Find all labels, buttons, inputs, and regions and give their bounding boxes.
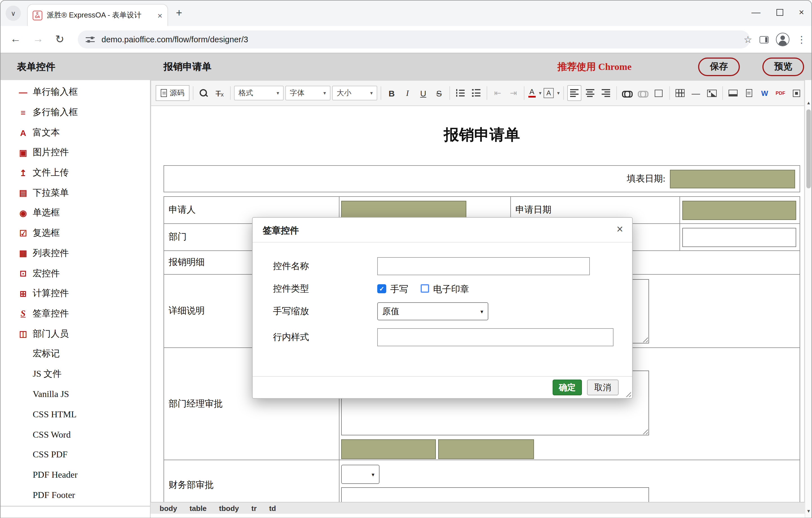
align-center-button[interactable]: [583, 85, 597, 101]
browser-tab[interactable]: E OA 派胜® ExpressOA - 表单设计 ×: [27, 4, 168, 26]
scroll-down-icon[interactable]: ▼: [805, 509, 812, 514]
sidebar-item-css-pdf[interactable]: CSS PDF: [0, 445, 150, 465]
sidebar-item-js-file[interactable]: JS 文件: [0, 364, 150, 384]
radio-control-icon: ◉: [17, 208, 29, 218]
italic-button[interactable]: I: [400, 85, 414, 101]
path-item-tr[interactable]: tr: [252, 504, 257, 512]
inline-style-input[interactable]: [377, 328, 613, 346]
sidebar-item-macro-mark[interactable]: 宏标记: [0, 344, 150, 364]
maximize-editor-button[interactable]: [789, 85, 803, 101]
reload-button[interactable]: ↻: [55, 33, 64, 46]
sidebar-item-calc-control[interactable]: ⊞ 计算控件: [0, 284, 150, 304]
page-scrollbar[interactable]: ▲ ▼: [805, 80, 812, 518]
preview-button[interactable]: 预览: [762, 58, 804, 76]
underline-button[interactable]: U: [416, 85, 430, 101]
side-panel-icon[interactable]: [759, 36, 768, 43]
signature-scale-select[interactable]: 原值 ▾: [377, 302, 488, 320]
sidebar-item-file-upload[interactable]: ↥ 文件上传: [0, 163, 150, 183]
department-head-input[interactable]: [682, 228, 796, 247]
sidebar-item-dropdown-menu[interactable]: ▤ 下拉菜单: [0, 183, 150, 203]
maximize-button[interactable]: [776, 9, 783, 16]
new-tab-button[interactable]: +: [176, 7, 182, 19]
applicant-input[interactable]: [341, 200, 466, 220]
sidebar-item-list-control[interactable]: ▦ 列表控件: [0, 243, 150, 263]
image-button[interactable]: [704, 85, 719, 101]
handwriting-label: 手写: [390, 284, 408, 294]
align-right-button[interactable]: [599, 85, 613, 101]
fill-date-input[interactable]: [670, 170, 795, 188]
sidebar-item-signature-control[interactable]: S 签章控件: [0, 304, 150, 324]
sidebar-item-checkbox-control[interactable]: ☑ 复选框: [0, 223, 150, 243]
indent-button[interactable]: ⇥: [506, 85, 520, 101]
eseal-checkbox[interactable]: [420, 284, 429, 293]
save-button[interactable]: 保存: [698, 58, 740, 76]
signature-control-dialog: 签章控件 × 控件名称 控件类型 ✓ 手写 电子印章 手写缩放 原值 ▾ 行内样…: [252, 217, 633, 399]
sidebar-item-css-html[interactable]: CSS HTML: [0, 404, 150, 424]
font-select[interactable]: 字体▾: [285, 86, 330, 100]
bg-color-button[interactable]: A ▾: [544, 85, 560, 101]
source-button[interactable]: 源码: [156, 85, 190, 101]
finance-approval-textarea[interactable]: [341, 487, 649, 502]
sidebar-item-css-word[interactable]: CSS Word: [0, 424, 150, 444]
size-select[interactable]: 大小▾: [332, 86, 377, 100]
bold-button[interactable]: B: [384, 85, 399, 101]
sidebar-item-single-line-input[interactable]: — 单行输入框: [0, 82, 150, 103]
resize-grip-icon[interactable]: [642, 428, 648, 434]
template-button[interactable]: [742, 85, 756, 101]
manager-sign-input[interactable]: [341, 439, 436, 459]
control-name-input[interactable]: [377, 257, 590, 275]
close-window-button[interactable]: ×: [799, 7, 804, 18]
browser-hint-text: 推荐使用 Chrome: [557, 60, 632, 73]
bookmark-star-icon[interactable]: ☆: [744, 34, 753, 46]
horizontal-rule-button[interactable]: ―: [689, 85, 703, 101]
handwriting-checkbox[interactable]: ✓: [377, 284, 386, 293]
find-button[interactable]: [197, 85, 211, 101]
unordered-list-button[interactable]: [469, 85, 483, 101]
export-pdf-button[interactable]: PDF: [773, 85, 787, 101]
ordered-list-button[interactable]: [453, 85, 467, 101]
sidebar-item-vanilla-js[interactable]: Vanilla JS: [0, 384, 150, 404]
site-info-icon[interactable]: [86, 36, 95, 43]
forward-button[interactable]: →: [33, 33, 44, 45]
sidebar-item-rich-text[interactable]: A 富文本: [0, 123, 150, 143]
back-button[interactable]: ←: [10, 33, 21, 45]
sidebar-item-dept-person[interactable]: ◫ 部门人员: [0, 324, 150, 344]
path-item-td[interactable]: td: [269, 504, 276, 512]
path-item-table[interactable]: table: [190, 504, 207, 512]
table-button[interactable]: [673, 85, 687, 101]
finance-select[interactable]: ▾: [341, 465, 379, 484]
page-break-button[interactable]: [651, 85, 666, 101]
iframe-button[interactable]: [726, 85, 740, 101]
export-word-button[interactable]: W: [758, 85, 772, 101]
browser-menu-icon[interactable]: ⋮: [797, 34, 806, 46]
remove-format-button[interactable]: Tx: [212, 85, 227, 101]
scrollbar-thumb[interactable]: [806, 109, 811, 189]
align-left-button[interactable]: [567, 85, 581, 101]
sidebar-item-pdf-footer[interactable]: PDF Footer: [0, 485, 150, 505]
sidebar-item-pdf-header[interactable]: PDF Header: [0, 465, 150, 485]
profile-avatar[interactable]: [776, 33, 789, 46]
minimize-button[interactable]: —: [751, 7, 760, 18]
dialog-close-icon[interactable]: ×: [617, 223, 623, 236]
scroll-up-icon[interactable]: ▲: [805, 100, 812, 106]
outdent-button[interactable]: ⇤: [491, 85, 505, 101]
tab-search-button[interactable]: ∨: [6, 6, 21, 21]
address-bar[interactable]: demo.paioffice.com/flow/form/designer/3: [78, 30, 750, 49]
sidebar-item-multi-line-input[interactable]: ≡ 多行输入框: [0, 103, 150, 122]
path-item-body[interactable]: body: [160, 504, 177, 512]
link-button[interactable]: [620, 85, 634, 101]
strikethrough-button[interactable]: S: [432, 85, 446, 101]
ok-button[interactable]: 确定: [553, 379, 582, 395]
cancel-button[interactable]: 取消: [587, 379, 618, 395]
apply-date-input[interactable]: [682, 200, 796, 220]
sidebar-item-image-control[interactable]: ▣ 图片控件: [0, 143, 150, 163]
path-item-tbody[interactable]: tbody: [219, 504, 239, 512]
unlink-button[interactable]: [636, 85, 650, 101]
tab-close-icon[interactable]: ×: [157, 10, 163, 20]
format-select[interactable]: 格式▾: [234, 86, 284, 100]
sidebar-item-macro-control[interactable]: ⊡ 宏控件: [0, 263, 150, 283]
sidebar-item-radio-control[interactable]: ◉ 单选框: [0, 203, 150, 223]
manager-date-input[interactable]: [438, 439, 534, 459]
text-color-button[interactable]: A ▾: [528, 85, 542, 101]
resize-grip-icon[interactable]: [642, 336, 648, 342]
